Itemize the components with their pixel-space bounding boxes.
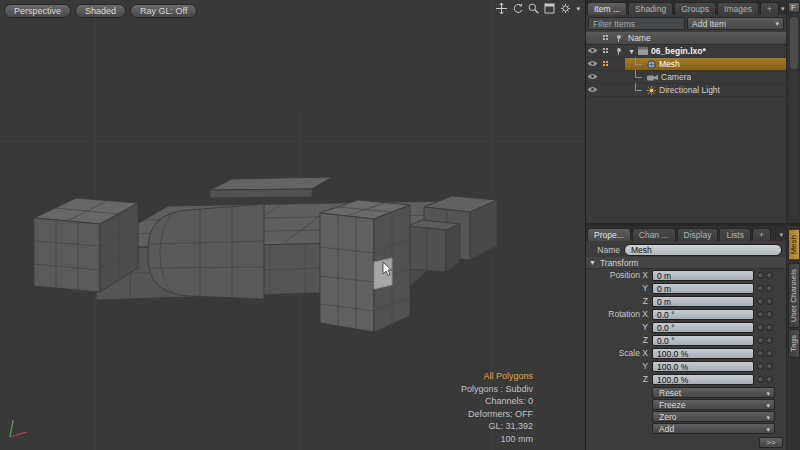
rotation-z-row: Z 0.0 ° (588, 334, 784, 346)
add-item-button[interactable]: Add Item ▾ (687, 17, 784, 30)
scale-z-field[interactable]: 100.0 % (652, 374, 754, 385)
light-icon (647, 86, 656, 95)
chevron-down-icon[interactable]: ▾ (781, 4, 785, 13)
reset-button[interactable]: Reset ▾ (652, 387, 775, 398)
side-tab-tags[interactable]: Tags (788, 329, 800, 358)
stat-gl: GL: 31,392 (461, 420, 533, 433)
channel-dot-icon[interactable] (766, 350, 773, 357)
tab-channels[interactable]: Chan ... (632, 228, 676, 241)
transform-label: Transform (600, 258, 638, 268)
raygl-button[interactable]: Ray GL: Off (130, 4, 197, 18)
channel-dot-icon[interactable] (766, 298, 773, 305)
item-panel-tabbar: Item ... Shading Groups Images + ▾ (586, 0, 786, 15)
tree-connector (635, 70, 642, 78)
channel-dot-icon[interactable] (766, 324, 773, 331)
mesh-model[interactable] (34, 177, 497, 332)
tab-lists[interactable]: Lists (719, 228, 750, 241)
channel-dot-icon[interactable] (757, 285, 764, 292)
scale-y-field[interactable]: 100.0 % (652, 361, 754, 372)
pin-icon[interactable] (612, 48, 625, 54)
add-button[interactable]: Add ▾ (652, 423, 775, 434)
tab-shading[interactable]: Shading (628, 2, 673, 15)
item-row-camera[interactable]: Camera (586, 71, 786, 84)
side-tab-mesh[interactable]: Mesh (788, 229, 800, 261)
properties-panel: Prope... Chan ... Display Lists + ▾ Name… (586, 223, 800, 450)
item-panel-side-strip: F (786, 0, 800, 223)
dots-icon[interactable] (599, 48, 612, 55)
position-x-field[interactable]: 0 m (652, 270, 754, 281)
transform-section-header[interactable]: ▼ Transform (586, 257, 786, 269)
perspective-button[interactable]: Perspective (4, 4, 71, 18)
dots-icon[interactable] (599, 61, 612, 68)
maximize-icon[interactable] (544, 3, 555, 14)
position-z-field[interactable]: 0 m (652, 296, 754, 307)
f-button[interactable]: F (788, 2, 800, 13)
channel-dot-icon[interactable] (766, 376, 773, 383)
chevron-down-icon: ▾ (766, 425, 770, 435)
name-column-header[interactable]: Name (625, 33, 786, 43)
tab-properties[interactable]: Prope... (587, 228, 631, 241)
3d-viewport[interactable]: Perspective Shaded Ray GL: Off ▾ All Pol… (0, 0, 585, 450)
zero-button[interactable]: Zero ▾ (652, 411, 775, 422)
channel-dot-icon[interactable] (766, 337, 773, 344)
tab-images[interactable]: Images (717, 2, 759, 15)
gear-icon[interactable] (560, 3, 571, 14)
eye-icon[interactable] (586, 85, 599, 95)
camera-icon (647, 74, 658, 81)
shading-mode-button[interactable]: Shaded (75, 4, 126, 18)
filter-items-input[interactable] (588, 17, 685, 30)
chevron-down-icon[interactable]: ▾ (576, 4, 580, 14)
channel-dot-icon[interactable] (757, 350, 764, 357)
scale-y-row: Y 100.0 % (588, 360, 784, 372)
position-y-field[interactable]: 0 m (652, 283, 754, 294)
expand-panel-button[interactable]: >> (759, 437, 783, 448)
chevron-down-icon[interactable]: ▾ (779, 230, 783, 239)
filter-row: Add Item ▾ (586, 15, 786, 32)
tab-add[interactable]: + (760, 2, 779, 15)
channel-dot-icon[interactable] (757, 298, 764, 305)
orbit-icon[interactable] (512, 3, 523, 14)
channel-dot-icon[interactable] (766, 285, 773, 292)
item-label: Directional Light (659, 85, 720, 95)
item-list-scrollbar[interactable] (790, 17, 798, 221)
rotation-y-field[interactable]: 0.0 ° (652, 322, 754, 333)
rotation-x-row: Rotation X 0.0 ° (588, 308, 784, 320)
pan-icon[interactable] (496, 3, 507, 14)
position-y-row: Y 0 m (588, 282, 784, 294)
chevron-down-icon: ▾ (766, 401, 770, 411)
disclosure-icon[interactable]: ▼ (628, 48, 635, 55)
channel-dot-icon[interactable] (766, 311, 773, 318)
item-row-scene[interactable]: ▼ 06_begin.lxo* (586, 45, 786, 58)
eye-icon[interactable] (586, 59, 599, 69)
tab-groups[interactable]: Groups (674, 2, 716, 15)
item-name-input[interactable] (624, 244, 782, 256)
rotation-z-field[interactable]: 0.0 ° (652, 335, 754, 346)
tab-item-list[interactable]: Item ... (587, 2, 627, 15)
stat-deformers: Deformers: OFF (461, 408, 533, 421)
stat-polygons: Polygons : Subdiv (461, 383, 533, 396)
channel-dot-icon[interactable] (766, 363, 773, 370)
channel-dot-icon[interactable] (757, 376, 764, 383)
pin-column-icon[interactable] (612, 35, 625, 41)
disclosure-icon[interactable]: ▼ (589, 259, 596, 266)
position-z-row: Z 0 m (588, 295, 784, 307)
channel-dot-icon[interactable] (757, 272, 764, 279)
scale-x-field[interactable]: 100.0 % (652, 348, 754, 359)
freeze-button[interactable]: Freeze ▾ (652, 399, 775, 410)
item-row-directional-light[interactable]: Directional Light (586, 84, 786, 97)
channel-dot-icon[interactable] (757, 337, 764, 344)
zoom-icon[interactable] (528, 3, 539, 14)
channel-dot-icon[interactable] (757, 324, 764, 331)
rotation-x-field[interactable]: 0.0 ° (652, 309, 754, 320)
item-row-mesh[interactable]: Mesh (586, 58, 786, 71)
channel-dot-icon[interactable] (757, 363, 764, 370)
eye-icon[interactable] (586, 72, 599, 82)
eye-icon[interactable] (586, 46, 599, 56)
channel-dot-icon[interactable] (757, 311, 764, 318)
channel-dot-icon[interactable] (766, 272, 773, 279)
chevron-down-icon: ▾ (766, 389, 770, 399)
dots-column-icon[interactable] (599, 35, 612, 42)
tab-display[interactable]: Display (677, 228, 719, 241)
tab-add[interactable]: + (752, 228, 771, 241)
side-tab-user-channels[interactable]: User Channels (788, 263, 800, 328)
